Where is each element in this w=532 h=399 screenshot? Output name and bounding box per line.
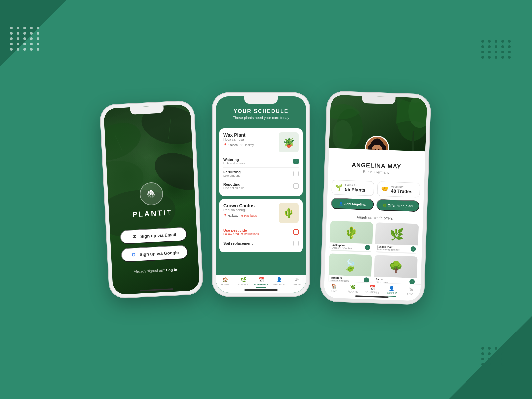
p3-shop-label: SHOP (407, 292, 415, 295)
bugs-tag: ⊗ Has bugs (241, 214, 257, 217)
svg-point-12 (151, 196, 152, 198)
phone2-notch (244, 96, 278, 104)
offer-plant-button[interactable]: 🌿 Offer her a plant (376, 199, 420, 212)
watering-name: Watering (223, 158, 246, 162)
p3-home-label: HOME (330, 289, 337, 293)
p3-home-icon: 🏠 (331, 283, 337, 289)
add-person-icon: 👤 (339, 202, 343, 205)
trade-section: Angelina's trade offers 🌵 Snakeplant Dra… (324, 211, 423, 289)
nav-home-label: HOME (221, 283, 229, 286)
nav-shop[interactable]: 🛍 SHOP (288, 277, 306, 288)
nav-plants[interactable]: 🌿 PLANTS (234, 277, 252, 288)
ficus-arrow[interactable]: → (409, 279, 415, 285)
profile-avatar (365, 135, 389, 151)
p3-profile-icon: 👤 (389, 286, 395, 291)
nav-plants-label: PLANTS (238, 283, 248, 286)
profile-avatar-container (365, 135, 389, 151)
fertilizing-checkbox[interactable] (293, 171, 299, 176)
soil-name: Soil replacement (223, 241, 253, 245)
location-icon2: 📍 (223, 214, 227, 217)
add-angelina-label: Add Angelina (344, 202, 366, 206)
phone1-screen: PLANTIT ✉ Sign up via Email G Sign up vi… (104, 104, 200, 295)
plants-stat-card: 🌱 Cares for 55 Plants (331, 180, 374, 196)
p3-plants-label: PLANTS (347, 290, 358, 293)
phone1-frame: PLANTIT ✉ Sign up via Email G Sign up vi… (99, 100, 204, 299)
wax-plant-image: 🪴 (279, 132, 299, 152)
healthy-tag: ♡ Healthy (240, 143, 254, 147)
pesticide-task: Use pesticide Follow product instruction… (223, 226, 299, 238)
watering-checkbox[interactable]: ✓ (293, 159, 299, 164)
zeezee-arrow[interactable]: → (410, 246, 416, 252)
ficus-image: 🌳 (374, 255, 418, 278)
pesticide-checkbox[interactable] (293, 229, 299, 235)
trade-ficus[interactable]: 🌳 Ficus Ficus lyrata → (374, 255, 418, 286)
login-link[interactable]: Log in (166, 267, 177, 272)
p3-nav-schedule[interactable]: 📅 SCHEDULE (362, 285, 382, 296)
repotting-name: Repotting (223, 182, 244, 186)
wax-plant-scientific: Hoya carnosa (223, 138, 254, 141)
phones-container: PLANTIT ✉ Sign up via Email G Sign up vi… (104, 96, 428, 303)
p3-nav-plants[interactable]: 🌿 PLANTS (343, 284, 363, 296)
schedule-title: YOUR SCHEDULE (221, 108, 301, 114)
signup-email-button[interactable]: ✉ Sign up via Email (120, 227, 187, 244)
p3-plants-icon: 🌿 (350, 284, 356, 290)
snakeplant-image: 🌵 (330, 221, 373, 244)
plant-logo (139, 182, 164, 206)
already-signed-text: Already signed up? Log in (134, 267, 177, 274)
dots-tl (10, 27, 41, 51)
repotting-checkbox[interactable] (293, 183, 299, 189)
p3-schedule-label: SCHEDULE (365, 291, 379, 294)
wax-plant-name: Wax Plant (223, 132, 254, 138)
crown-cactus-card: Crown Cactus Rebutia fiebrigii 📍 Hallway… (219, 199, 303, 252)
plants-stat-icon: 🌱 (335, 184, 343, 191)
trades-stat-card: 🤝 Accepted 40 Trades (377, 181, 420, 197)
phone2-screen: YOUR SCHEDULE These plants need your car… (216, 96, 306, 293)
phone2-home-indicator (244, 289, 278, 291)
offer-plant-icon: 🌿 (382, 203, 386, 207)
pesticide-desc: Follow product instructions (223, 232, 259, 236)
add-angelina-button[interactable]: 👤 Add Angelina (331, 198, 374, 210)
zeezee-image: 🌿 (375, 222, 419, 245)
p3-nav-shop[interactable]: 🛍 SHOP (401, 286, 421, 298)
trades-count: 40 Trades (391, 188, 412, 194)
soil-task: Soil replacement (223, 238, 299, 248)
nav-schedule[interactable]: 📅 SCHEDULE (252, 277, 270, 288)
snakeplant-arrow[interactable]: → (365, 245, 371, 250)
phone3-frame: ANGELINA MAY Berlin, Germany 🌱 Cares for… (320, 91, 431, 305)
offer-plant-label: Offer her a plant (388, 203, 414, 208)
nav-profile[interactable]: 👤 PROFILE (270, 277, 288, 288)
nav-shop-label: SHOP (293, 283, 301, 286)
cactus-name: Crown Cactus (223, 203, 257, 208)
plants-icon: 🌿 (240, 277, 246, 282)
trade-zeezee[interactable]: 🌿 ZeeZee Plant Zamioculcas zamiifolia → (375, 222, 419, 254)
fertilizing-name: Fertilizing (223, 170, 241, 174)
wax-plant-card: Wax Plant Hoya carnosa 📍 Kitchen ♡ Healt… (219, 128, 303, 196)
phone3-bottom-nav: 🏠 HOME 🌿 PLANTS 📅 SCHEDULE 👤 PROFILE (324, 281, 421, 301)
snakeplant-sci: Dracaena trifasciata (332, 246, 352, 249)
soil-checkbox[interactable] (293, 241, 299, 246)
p3-profile-label: PROFILE (386, 291, 397, 295)
watering-task: Watering Until soil is moist ✓ (223, 155, 299, 167)
stats-row: 🌱 Cares for 55 Plants 🤝 Accepted 40 Trad… (331, 180, 420, 197)
schedule-icon: 📅 (258, 277, 264, 282)
wax-plant-tasks: Watering Until soil is moist ✓ Fertilizi… (223, 155, 299, 192)
phone3-notch (362, 96, 396, 104)
shop-icon: 🛍 (295, 277, 299, 282)
cactus-image: 🌵 (279, 203, 299, 223)
trade-monstera[interactable]: 🍃 Monstera Monstera deliciosa → (328, 253, 372, 285)
trade-snakeplant[interactable]: 🌵 Snakeplant Dracaena trifasciata → (329, 221, 373, 252)
watering-desc: Until soil is moist (223, 162, 246, 165)
p3-nav-home[interactable]: 🏠 HOME (324, 283, 343, 295)
phone1-content: PLANTIT ✉ Sign up via Email G Sign up vi… (104, 104, 200, 295)
dots-br (481, 347, 505, 366)
cactus-tasks: Use pesticide Follow product instruction… (223, 226, 299, 248)
p3-nav-profile[interactable]: 👤 PROFILE (382, 285, 401, 297)
kitchen-tag: 📍 Kitchen (223, 143, 238, 147)
monstera-arrow[interactable]: → (364, 277, 369, 283)
nav-profile-label: PROFILE (273, 283, 285, 286)
nav-home[interactable]: 🏠 HOME (216, 277, 234, 288)
action-row: 👤 Add Angelina 🌿 Offer her a plant (331, 198, 420, 212)
repotting-task: Repotting One pot size up (223, 180, 299, 192)
signup-google-button[interactable]: G Sign up via Google (121, 245, 188, 262)
app-name: PLANTIT (132, 208, 173, 219)
